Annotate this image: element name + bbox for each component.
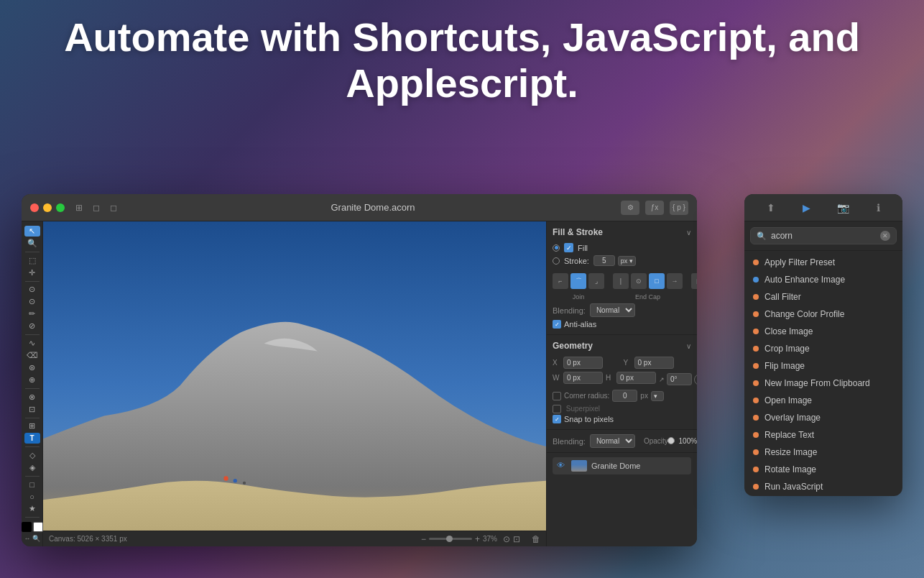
tool-shape[interactable]: ⊘ (24, 321, 40, 331)
tool-move[interactable]: ✛ (24, 267, 40, 278)
formula-button[interactable]: ƒx (645, 201, 664, 215)
tool-eraser[interactable]: ⌫ (24, 350, 40, 361)
endcap-square[interactable]: □ (649, 273, 665, 289)
fg-color[interactable] (22, 522, 32, 532)
angle-input[interactable] (667, 373, 692, 385)
superpixel-checkbox[interactable] (553, 405, 561, 413)
action-item[interactable]: Close Image (744, 323, 902, 340)
corner-radius-checkbox[interactable] (553, 392, 561, 400)
action-name: Flip Image (764, 361, 805, 371)
stroke-radio[interactable] (553, 257, 560, 265)
action-item[interactable]: Replace Text (744, 426, 902, 444)
tool-brush[interactable]: ∿ (24, 338, 40, 349)
y-label: Y (624, 359, 632, 367)
fill-stroke-chevron[interactable]: ∨ (686, 229, 691, 237)
superpixel-label: Superpixel (566, 405, 600, 413)
document-icon[interactable]: ◻ (108, 202, 119, 214)
h-input[interactable] (616, 372, 656, 384)
action-item[interactable]: Auto Enhance Image (744, 271, 902, 288)
action-item[interactable]: Change Color Profile (744, 306, 902, 323)
wh-angle-row: W H ↗ (553, 372, 691, 387)
script-button[interactable]: { p } (670, 201, 688, 215)
angle-circle[interactable] (694, 374, 697, 385)
tool-magic[interactable]: ⊙ (24, 296, 40, 307)
geometry-chevron[interactable]: ∨ (686, 342, 691, 350)
tool-ellipse[interactable]: ○ (24, 492, 40, 503)
bg-color[interactable] (33, 522, 43, 532)
delete-layer-button[interactable]: 🗑 (532, 534, 540, 544)
antialias-checkbox[interactable]: ✓ (553, 320, 561, 329)
action-item[interactable]: Open Image (744, 392, 902, 409)
y-input[interactable] (634, 357, 674, 369)
swap-colors[interactable]: ↔ (24, 535, 31, 542)
fill-radio[interactable] (553, 244, 560, 252)
w-input[interactable] (563, 372, 603, 384)
actions-camera-icon[interactable]: 📷 (837, 202, 849, 214)
zoom-slider[interactable] (429, 538, 472, 540)
tool-lasso[interactable]: ⊙ (24, 284, 40, 295)
blending-select[interactable]: Normal (590, 303, 635, 317)
maximize-button[interactable] (56, 203, 65, 212)
action-item[interactable]: Rotate Image (744, 461, 902, 478)
align-inside[interactable]: ◧ (691, 273, 697, 289)
join-round[interactable]: ⌒ (570, 273, 586, 289)
tool-smudge[interactable]: ⊕ (24, 375, 40, 385)
search-text[interactable]: acorn (771, 231, 876, 241)
action-item[interactable]: Resize Image (744, 444, 902, 461)
tool-clone[interactable]: ⊗ (24, 392, 40, 403)
endcap-flat[interactable]: | (613, 273, 629, 289)
bottom-blending-select[interactable]: Normal (590, 434, 635, 448)
zoom-menu-button[interactable]: ⊙ (503, 534, 510, 544)
actions-info-icon[interactable]: ℹ (877, 202, 880, 214)
action-item[interactable]: Overlay Image (744, 409, 902, 426)
zoom-fit-button[interactable]: ⊡ (513, 534, 520, 544)
close-button[interactable] (30, 203, 39, 212)
zoom-out-button[interactable]: − (421, 534, 426, 544)
corner-unit-dropdown[interactable]: ▾ (651, 391, 664, 401)
tool-rect-select[interactable]: ⬚ (24, 255, 40, 266)
tool-zoom[interactable]: 🔍 (24, 238, 40, 249)
minimize-button[interactable] (43, 203, 52, 212)
action-dot (753, 432, 759, 438)
endcap-arrow[interactable]: → (667, 273, 683, 289)
layer-visibility-icon[interactable]: 👁 (557, 461, 567, 471)
actions-play-icon[interactable]: ▶ (803, 202, 810, 214)
action-item[interactable]: Call Filter (744, 288, 902, 306)
tool-vector[interactable]: ◇ (24, 450, 40, 461)
tool-text[interactable]: T (24, 433, 40, 444)
endcap-round[interactable]: ⊙ (631, 273, 647, 289)
tool-fx[interactable]: ⊡ (24, 404, 40, 415)
zoom-in-button[interactable]: + (475, 534, 480, 544)
join-bevel[interactable]: ⌟ (588, 273, 604, 289)
corner-radius-input[interactable] (612, 390, 637, 402)
action-item[interactable]: Set Text Contents With Scripting ID (744, 495, 902, 496)
join-miter[interactable]: ⌐ (553, 273, 568, 289)
action-item[interactable]: Crop Image (744, 340, 902, 357)
tool-star[interactable]: ★ (24, 504, 40, 515)
stroke-unit[interactable]: px ▾ (618, 256, 636, 266)
x-input[interactable] (563, 357, 603, 369)
action-name: Close Image (764, 326, 813, 336)
action-item[interactable]: New Image From Clipboard (744, 375, 902, 392)
action-item[interactable]: Flip Image (744, 357, 902, 375)
fill-checkbox[interactable]: ✓ (564, 243, 573, 252)
toolbar-tools-icon[interactable]: ⚙ (621, 201, 639, 215)
search-clear-button[interactable]: ✕ (880, 231, 890, 241)
layers-icon[interactable]: ⊞ (73, 202, 85, 214)
tool-fill[interactable]: ⊛ (24, 362, 40, 373)
tool-pen[interactable]: ✏ (24, 308, 40, 319)
tool-rect[interactable]: □ (24, 480, 40, 490)
actions-share-icon[interactable]: ⬆ (767, 202, 775, 214)
tool-node[interactable]: ◈ (24, 462, 40, 473)
stroke-value-input[interactable] (593, 255, 615, 266)
snap-checkbox[interactable]: ✓ (553, 415, 561, 423)
tool-select[interactable]: ↖ (24, 226, 40, 237)
action-item[interactable]: Apply Filter Preset (744, 254, 902, 271)
action-item[interactable]: Run JavaScript (744, 478, 902, 495)
layer-item[interactable]: 👁 Granite Dome (553, 457, 691, 474)
tool-shape2[interactable]: ⊞ (24, 421, 40, 431)
opacity-bar: Blending: Normal Opacity: 100% (547, 430, 697, 453)
x-field: X (553, 357, 621, 369)
cursor-icon[interactable]: ◻ (91, 202, 102, 214)
zoom-tool-sm[interactable]: 🔍 (32, 535, 40, 542)
